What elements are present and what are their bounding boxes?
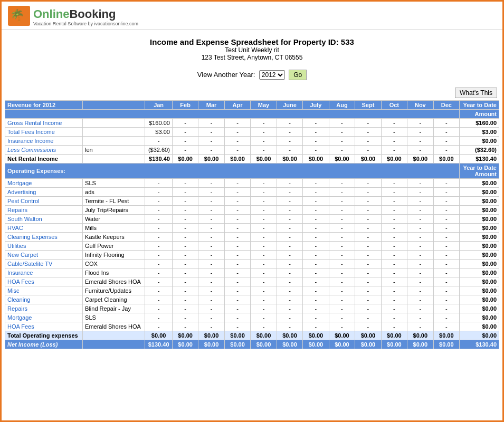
gross-rental-ytd: $160.00 <box>460 119 499 128</box>
op-row-0-oct: - <box>381 179 407 188</box>
op-row-3-oct: - <box>381 206 407 215</box>
operating-row-1: Advertisingads------------$0.00 <box>5 188 499 197</box>
insurance-income-june: - <box>277 137 302 146</box>
op-row-9-june: - <box>277 260 302 268</box>
op-row-5-feb: - <box>172 224 198 233</box>
op-row-1-jan: - <box>145 188 173 197</box>
op-row-8-june: - <box>277 251 302 260</box>
insurance-income-may: - <box>251 137 277 146</box>
op-row-10-aug: - <box>329 268 355 277</box>
op-row-4-may: - <box>251 215 277 224</box>
op-row-9-nov: - <box>407 260 433 268</box>
property-subtitle1: Test Unit Weekly rit <box>2 46 502 54</box>
op-row-10-june: - <box>277 268 302 277</box>
op-row-0-sept: - <box>355 179 381 188</box>
total-operating-july: $0.00 <box>303 331 329 340</box>
op-row-1-mar: - <box>198 188 224 197</box>
net-rental-label: Net Rental Income <box>5 155 83 164</box>
net-rental-oct: $0.00 <box>381 155 407 164</box>
op-row-3-vendor: July Trip/Repairs <box>83 206 145 215</box>
op-row-8-sept: - <box>355 251 381 260</box>
op-row-8-aug: - <box>329 251 355 260</box>
operating-row-6: Cleaning ExpensesKastle Keepers---------… <box>5 233 499 242</box>
op-row-1-oct: - <box>381 188 407 197</box>
net-rental-ytd: $130.40 <box>460 155 499 164</box>
op-row-4-ytd: $0.00 <box>460 215 499 224</box>
op-row-6-aug: - <box>329 233 355 242</box>
op-row-15-oct: - <box>381 313 407 322</box>
insurance-income-vendor <box>83 137 145 146</box>
gross-rental-july: - <box>303 119 329 128</box>
op-row-13-mar: - <box>198 295 224 304</box>
less-commissions-row: Less Commissions len ($32.60) - - - - - … <box>5 146 499 155</box>
op-row-16-sept: - <box>355 322 381 331</box>
total-operating-oct: $0.00 <box>381 331 407 340</box>
op-row-3-july: - <box>303 206 329 215</box>
op-row-10-dec: - <box>433 268 459 277</box>
total-fees-sept: - <box>355 128 381 137</box>
op-row-2-ytd: $0.00 <box>460 197 499 206</box>
op-row-8-dec: - <box>433 251 459 260</box>
op-row-10-name: Insurance <box>5 268 83 277</box>
feb-header: Feb <box>172 101 198 110</box>
gross-rental-aug: - <box>329 119 355 128</box>
gross-rental-june: - <box>277 119 302 128</box>
op-row-8-nov: - <box>407 251 433 260</box>
op-row-12-apr: - <box>224 286 250 295</box>
op-row-11-feb: - <box>172 277 198 286</box>
oct-header: Oct <box>381 101 407 110</box>
gross-rental-sept: - <box>355 119 381 128</box>
operating-rows: MortgageSLS------------$0.00Advertisinga… <box>5 179 499 331</box>
net-rental-feb: $0.00 <box>172 155 198 164</box>
less-commissions-june: - <box>277 146 302 155</box>
operating-row-2: Pest ControlTermite - FL Pest-----------… <box>5 197 499 206</box>
year-selector-label: View Another Year: <box>197 71 255 79</box>
operating-ytd-header: Year to DateAmount <box>460 164 499 179</box>
net-rental-may: $0.00 <box>251 155 277 164</box>
less-commissions-sept: - <box>355 146 381 155</box>
net-income-row: Net Income (Loss) $130.40 $0.00 $0.00 $0… <box>5 340 499 349</box>
less-commissions-label: Less Commissions <box>5 146 83 155</box>
op-row-10-jan: - <box>145 268 173 277</box>
operating-row-0: MortgageSLS------------$0.00 <box>5 179 499 188</box>
op-row-2-dec: - <box>433 197 459 206</box>
insurance-income-aug: - <box>329 137 355 146</box>
year-selector-row: View Another Year: 2012 2011 2013 Go <box>2 64 502 88</box>
op-row-12-june: - <box>277 286 302 295</box>
op-row-5-vendor: Mills <box>83 224 145 233</box>
net-rental-vendor <box>83 155 145 164</box>
go-button[interactable]: Go <box>289 70 307 80</box>
op-row-0-vendor: SLS <box>83 179 145 188</box>
net-income-sept: $0.00 <box>355 340 381 349</box>
apr-header: Apr <box>224 101 250 110</box>
op-row-11-name: HOA Fees <box>5 277 83 286</box>
op-row-0-july: - <box>303 179 329 188</box>
op-row-12-may: - <box>251 286 277 295</box>
op-row-1-dec: - <box>433 188 459 197</box>
gross-rental-apr: - <box>224 119 250 128</box>
op-row-10-apr: - <box>224 268 250 277</box>
whats-this-button[interactable]: What's This <box>455 88 497 98</box>
year-select[interactable]: 2012 2011 2013 <box>259 70 285 80</box>
insurance-income-label: Insurance Income <box>5 137 83 146</box>
gross-rental-row: Gross Rental Income $160.00 - - - - - - … <box>5 119 499 128</box>
op-row-14-sept: - <box>355 304 381 313</box>
op-row-7-oct: - <box>381 242 407 251</box>
net-rental-jan: $130.40 <box>145 155 173 164</box>
logo-icon-area: 🌴 <box>8 6 30 27</box>
total-fees-apr: - <box>224 128 250 137</box>
op-row-9-oct: - <box>381 260 407 268</box>
op-row-15-ytd: $0.00 <box>460 313 499 322</box>
op-row-14-oct: - <box>381 304 407 313</box>
op-row-14-may: - <box>251 304 277 313</box>
op-row-8-mar: - <box>198 251 224 260</box>
net-income-may: $0.00 <box>251 340 277 349</box>
op-row-9-aug: - <box>329 260 355 268</box>
op-row-7-nov: - <box>407 242 433 251</box>
operating-row-4: South WaltonWater------------$0.00 <box>5 215 499 224</box>
op-row-5-dec: - <box>433 224 459 233</box>
op-row-0-name: Mortgage <box>5 179 83 188</box>
total-fees-feb: - <box>172 128 198 137</box>
op-row-6-july: - <box>303 233 329 242</box>
gross-rental-feb: - <box>172 119 198 128</box>
